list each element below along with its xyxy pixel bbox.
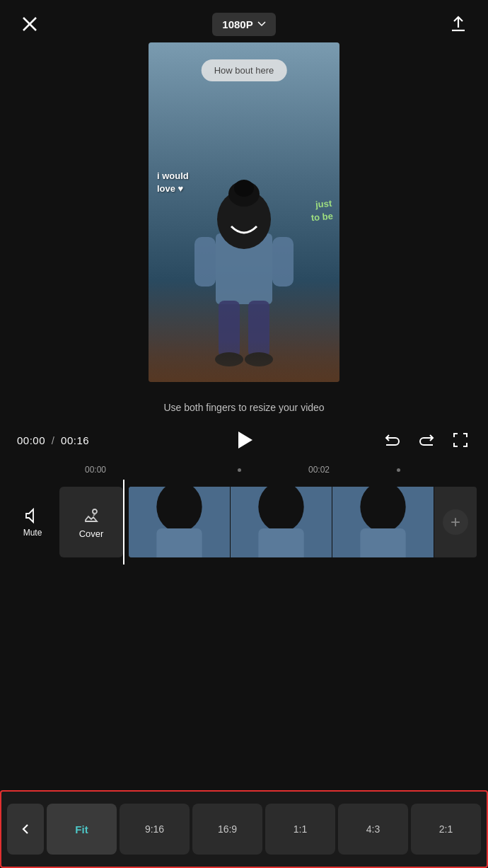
svg-point-7 <box>234 180 254 197</box>
strip-frame-3 <box>332 487 434 557</box>
ruler-dot-1 <box>238 468 241 472</box>
svg-rect-25 <box>360 528 405 557</box>
ratio-fit[interactable]: Fit <box>47 804 117 855</box>
svg-rect-9 <box>272 237 294 287</box>
mute-label: Mute <box>23 528 42 538</box>
timeline-area: 00:00 00:02 Mute Cover <box>0 460 488 601</box>
ratio-9-16-label: 9:16 <box>145 823 164 835</box>
redo-button[interactable] <box>416 429 437 451</box>
time-separator: / <box>52 434 55 446</box>
ratio-1-1[interactable]: 1:1 <box>265 804 335 855</box>
playback-bar: 00:00 / 00:16 <box>0 423 488 457</box>
cover-label: Cover <box>79 528 104 539</box>
ratio-2-1-label: 2:1 <box>439 823 453 835</box>
svg-rect-22 <box>258 528 303 557</box>
resize-hint: Use both fingers to resize your video <box>163 402 324 413</box>
export-button[interactable] <box>446 11 471 37</box>
ratio-4-3[interactable]: 4:3 <box>338 804 408 855</box>
video-preview: How bout here i would love ♥ just to be <box>149 42 339 382</box>
ratio-2-1[interactable]: 2:1 <box>411 804 481 855</box>
svg-rect-19 <box>156 528 202 557</box>
ruler-dot-2 <box>397 468 400 472</box>
ratio-9-16[interactable]: 9:16 <box>120 804 190 855</box>
svg-rect-8 <box>194 237 216 287</box>
strip-frame-2 <box>231 487 332 557</box>
ratio-4-3-label: 4:3 <box>366 823 380 835</box>
sticker-text-right: just to be <box>309 197 333 225</box>
svg-point-16 <box>93 509 97 514</box>
speech-bubble: How bout here <box>202 59 287 81</box>
playhead <box>123 480 124 565</box>
quality-label: 1080P <box>222 18 252 30</box>
ratio-fit-label: Fit <box>75 823 88 835</box>
ratio-back-button[interactable] <box>7 804 44 855</box>
current-time: 00:00 <box>17 434 45 446</box>
ratio-16-9-label: 16:9 <box>218 823 237 835</box>
undo-button[interactable] <box>382 429 403 451</box>
fullscreen-button[interactable] <box>450 429 471 451</box>
play-button[interactable] <box>230 426 258 454</box>
close-button[interactable] <box>17 11 42 37</box>
video-strip: + <box>129 487 477 557</box>
playback-controls-right <box>382 429 471 451</box>
svg-marker-14 <box>238 432 252 449</box>
total-time: 00:16 <box>61 434 89 446</box>
mute-button[interactable]: Mute <box>11 507 54 538</box>
ratio-16-9[interactable]: 16:9 <box>192 804 262 855</box>
ratio-panel: Fit 9:16 16:9 1:1 4:3 2:1 <box>0 790 488 868</box>
cover-button[interactable]: Cover <box>59 487 123 557</box>
strip-frame-1 <box>129 487 231 557</box>
time-display: 00:00 / 00:16 <box>17 434 89 446</box>
timeline-track: Mute Cover <box>0 480 488 565</box>
sticker-text-left: i would love ♥ <box>157 170 189 195</box>
add-clip-button[interactable]: + <box>434 487 477 557</box>
header: 1080P <box>0 0 488 48</box>
ruler-marker-2: 00:02 <box>244 465 394 475</box>
timeline-ruler: 00:00 00:02 <box>0 460 488 480</box>
video-frame: How bout here i would love ♥ just to be <box>149 42 339 382</box>
ruler-marker-1: 00:00 <box>85 465 235 475</box>
ratio-1-1-label: 1:1 <box>294 823 307 835</box>
quality-button[interactable]: 1080P <box>212 13 275 36</box>
